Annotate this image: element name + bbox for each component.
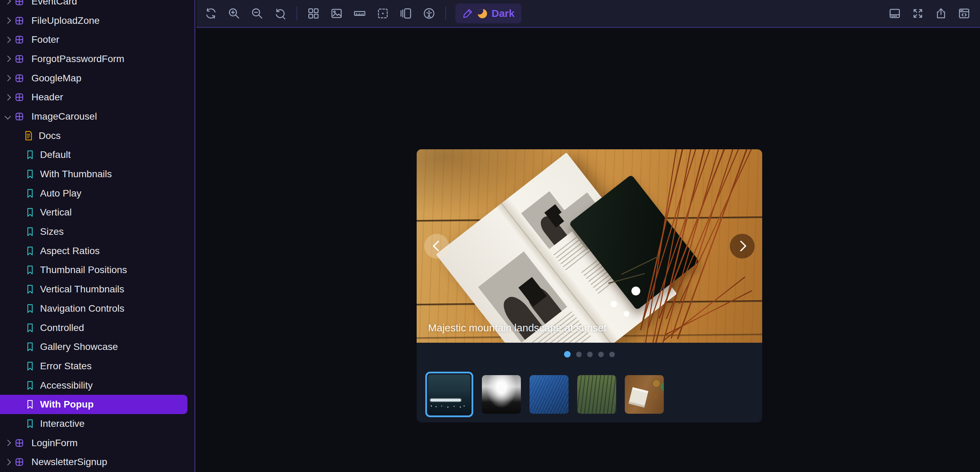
sidebar-item-label: Interactive <box>40 418 84 429</box>
component-icon <box>15 35 24 44</box>
sidebar-item-label: Docs <box>39 130 61 141</box>
sidebar-item-forgotpasswordform[interactable]: ForgotPasswordForm <box>0 49 194 69</box>
bookmark-icon <box>26 227 34 236</box>
component-tree: EventCard FileUploadZone Footer ForgotPa… <box>0 0 194 472</box>
carousel-dot[interactable] <box>598 352 604 357</box>
bookmark-icon <box>26 284 34 294</box>
share-icon[interactable] <box>934 6 948 21</box>
sidebar-item-default[interactable]: Default <box>0 146 194 165</box>
docs-icon <box>24 131 32 141</box>
sidebar-item-navigation-controls[interactable]: Navigation Controls <box>0 299 194 318</box>
chevron-right-icon <box>5 56 11 62</box>
thumbnail-night-harbor[interactable] <box>425 372 473 417</box>
zoom-in-icon[interactable] <box>227 6 241 21</box>
zoom-reset-icon[interactable] <box>274 6 287 21</box>
bookmark-icon <box>26 419 34 429</box>
sidebar-item-loginform[interactable]: LoginForm <box>0 433 194 453</box>
carousel-next-button[interactable] <box>730 234 754 258</box>
chevron-left-icon <box>433 240 444 252</box>
theme-toggle-button[interactable]: Dark <box>455 3 522 24</box>
layers-icon[interactable] <box>399 6 413 21</box>
thumbnail-green-field[interactable] <box>577 375 616 414</box>
chevron-right-icon <box>5 17 11 24</box>
theme-label: Dark <box>492 8 515 19</box>
sidebar-item-sizes[interactable]: Sizes <box>0 222 194 241</box>
fullscreen-icon[interactable] <box>911 6 925 21</box>
sidebar-item-label: Sizes <box>40 226 64 237</box>
sidebar-item-label: Aspect Ratios <box>40 246 100 257</box>
thumbnail-bw-sunburst[interactable] <box>482 375 521 414</box>
bookmark-icon <box>26 150 34 160</box>
sidebar-item-with-popup[interactable]: With Popup <box>0 395 188 414</box>
bookmark-icon <box>26 381 34 390</box>
component-icon <box>15 93 24 102</box>
thumbnail-books-table[interactable] <box>625 375 664 414</box>
sidebar-item-with-thumbnails[interactable]: With Thumbnails <box>0 165 194 184</box>
carousel-dot[interactable] <box>587 352 593 357</box>
chevron-right-icon <box>5 36 11 43</box>
sidebar-item-vertical-thumbnails[interactable]: Vertical Thumbnails <box>0 280 194 299</box>
bookmark-icon <box>26 399 34 409</box>
sidebar-item-header[interactable]: Header <box>0 87 194 107</box>
component-icon <box>15 74 24 83</box>
sidebar-item-eventcard[interactable]: EventCard <box>0 0 194 11</box>
toolbar-divider <box>296 6 297 21</box>
carousel-controls <box>417 343 762 422</box>
sidebar-item-label: Footer <box>32 34 59 45</box>
chevron-right-icon <box>5 0 11 5</box>
chevron-right-icon <box>5 440 11 446</box>
sidebar-item-interactive[interactable]: Interactive <box>0 414 194 433</box>
sidebar: EventCard FileUploadZone Footer ForgotPa… <box>0 0 196 472</box>
sidebar-item-gallery-showcase[interactable]: Gallery Showcase <box>0 337 194 356</box>
bookmark-icon <box>26 323 34 333</box>
carousel-caption: Majestic mountain landscape at sunset <box>428 322 606 334</box>
chevron-right-icon <box>735 240 747 252</box>
sidebar-item-fileuploadzone[interactable]: FileUploadZone <box>0 11 194 30</box>
ruler-icon[interactable] <box>353 6 367 21</box>
sidebar-item-thumbnail-positions[interactable]: Thumbnail Positions <box>0 261 194 280</box>
sidebar-item-vertical[interactable]: Vertical <box>0 203 194 222</box>
image-carousel: Majestic mountain landscape at sunset <box>417 149 762 422</box>
sidebar-item-footer[interactable]: Footer <box>0 30 194 49</box>
bookmark-icon <box>26 304 34 314</box>
sidebar-item-googlemap[interactable]: GoogleMap <box>0 69 194 88</box>
accessibility-icon[interactable] <box>422 6 436 21</box>
sidebar-item-controlled[interactable]: Controlled <box>0 318 194 337</box>
zoom-out-icon[interactable] <box>250 6 264 21</box>
sidebar-item-label: Header <box>32 92 63 103</box>
sidebar-item-aspect-ratios[interactable]: Aspect Ratios <box>0 241 194 261</box>
daisy-flower <box>610 300 617 308</box>
sidebar-item-docs[interactable]: Docs <box>0 126 194 146</box>
bookmark-icon <box>26 169 34 179</box>
sidebar-item-label: With Popup <box>40 399 94 410</box>
carousel-dot[interactable] <box>576 352 582 357</box>
grid-icon[interactable] <box>307 6 320 21</box>
carousel-dot[interactable] <box>609 352 615 357</box>
moon-icon <box>478 9 487 18</box>
sidebar-item-auto-play[interactable]: Auto Play <box>0 184 194 203</box>
outline-icon[interactable] <box>376 6 390 21</box>
component-icon <box>15 54 24 63</box>
carousel-dot[interactable] <box>564 351 571 358</box>
bookmark-icon <box>26 265 34 275</box>
thumbnail-blue-ocean[interactable] <box>530 375 568 414</box>
carousel-prev-button[interactable] <box>424 234 449 258</box>
panel-bottom-icon[interactable] <box>888 6 902 21</box>
remount-icon[interactable] <box>204 6 218 21</box>
sidebar-item-newslettersignup[interactable]: NewsletterSignup <box>0 453 194 472</box>
chevron-down-icon <box>5 113 11 120</box>
carousel-thumbnails <box>425 372 664 417</box>
chevron-right-icon <box>5 459 11 465</box>
sidebar-item-accessibility[interactable]: Accessibility <box>0 376 194 395</box>
sidebar-item-label: ImageCarousel <box>32 111 97 122</box>
sidebar-item-label: EventCard <box>32 0 77 7</box>
background-image-icon[interactable] <box>330 6 344 21</box>
sidebar-item-label: Accessibility <box>40 380 92 391</box>
code-view-icon[interactable] <box>957 6 971 21</box>
canvas-toolbar: Dark <box>196 0 980 28</box>
sidebar-item-imagecarousel[interactable]: ImageCarousel <box>0 107 194 126</box>
sidebar-item-error-states[interactable]: Error States <box>0 356 194 376</box>
sidebar-item-label: FileUploadZone <box>32 15 100 26</box>
toolbar-divider <box>445 6 446 21</box>
sidebar-item-label: Vertical Thumbnails <box>40 284 124 295</box>
